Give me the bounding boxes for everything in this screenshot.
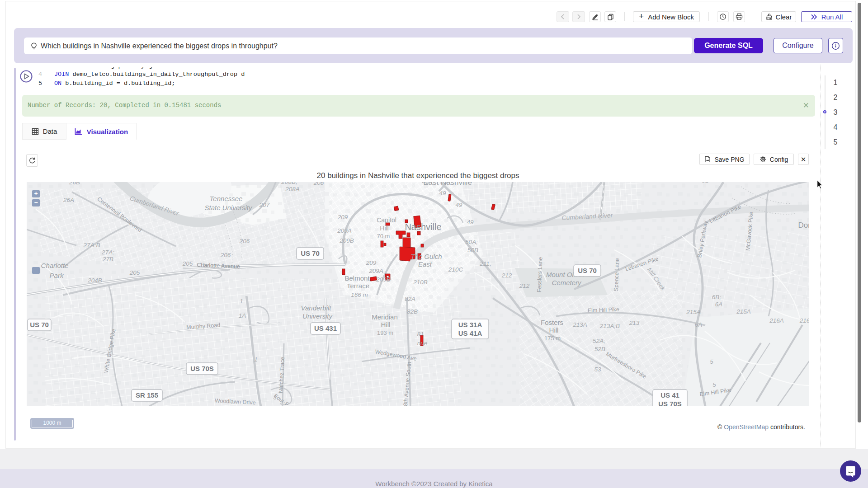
svg-text:Hill: Hill <box>549 326 559 334</box>
svg-text:50A;: 50A; <box>465 239 478 245</box>
svg-text:49: 49 <box>439 190 446 197</box>
svg-text:Capitol: Capitol <box>377 216 396 224</box>
svg-text:27A:: 27A: <box>101 249 114 256</box>
svg-text:49: 49 <box>467 219 474 225</box>
svg-text:1A: 1A <box>239 312 246 319</box>
svg-text:49: 49 <box>455 202 462 208</box>
svg-text:210B: 210B <box>413 279 428 286</box>
svg-text:175 m: 175 m <box>544 335 561 342</box>
svg-text:210C: 210C <box>448 266 463 273</box>
svg-text:Fosters: Fosters <box>541 319 563 326</box>
svg-text:26B: 26B <box>69 182 80 186</box>
svg-text:213A;B: 213A;B <box>599 323 620 329</box>
svg-text:East Nashville: East Nashville <box>423 182 472 187</box>
svg-text:Park: Park <box>50 272 64 279</box>
svg-text:Fesslers Lane: Fesslers Lane <box>536 257 544 292</box>
svg-text:US 31A: US 31A <box>458 321 482 328</box>
svg-text:Hill: Hill <box>381 321 391 328</box>
svg-text:81: 81 <box>702 182 708 184</box>
svg-text:209A: 209A <box>368 267 383 274</box>
svg-text:Cemetery: Cemetery <box>552 279 582 286</box>
svg-text:US 70: US 70 <box>578 267 597 274</box>
svg-text:Vanderbilt: Vanderbilt <box>301 304 332 312</box>
svg-text:27A:B: 27A:B <box>83 242 100 249</box>
svg-text:209B: 209B <box>339 237 354 244</box>
svg-text:212: 212 <box>501 272 512 279</box>
svg-text:Don: Don <box>798 221 809 230</box>
svg-text:213: 213 <box>629 319 640 326</box>
svg-text:Hill: Hill <box>380 225 388 232</box>
svg-text:26A: 26A <box>63 197 74 203</box>
svg-text:52B: 52B <box>594 346 605 352</box>
svg-text:nue: nue <box>417 340 428 347</box>
svg-text:State University: State University <box>204 204 253 211</box>
svg-text:205: 205 <box>129 269 140 276</box>
svg-text:82A: 82A <box>405 296 415 302</box>
svg-text:82B: 82B <box>407 308 418 315</box>
svg-text:SR 155: SR 155 <box>136 391 158 399</box>
svg-text:206: 206 <box>220 252 231 258</box>
svg-text:5: 5 <box>710 358 713 365</box>
svg-text:215A: 215A <box>736 308 751 315</box>
svg-text:205: 205 <box>182 260 193 267</box>
svg-text:48: 48 <box>422 182 429 185</box>
svg-text:209: 209 <box>337 214 348 221</box>
svg-text:University: University <box>302 312 333 320</box>
svg-text:US 70: US 70 <box>301 249 320 257</box>
svg-text:East: East <box>418 260 432 268</box>
svg-text:US 70S: US 70S <box>658 400 682 407</box>
svg-text:81: 81 <box>417 331 424 338</box>
svg-text:US 70: US 70 <box>30 321 49 328</box>
svg-text:209B: 209B <box>376 276 391 283</box>
svg-text:208B,: 208B, <box>281 182 297 185</box>
svg-text:Meridian: Meridian <box>372 313 398 321</box>
svg-text:1: 1 <box>240 298 243 305</box>
svg-text:216A: 216A <box>769 317 784 324</box>
svg-text:Tennessee: Tennessee <box>210 195 243 202</box>
svg-text:216: 216 <box>799 317 809 324</box>
svg-text:213A: 213A <box>572 321 587 328</box>
svg-text:209: 209 <box>366 259 377 266</box>
svg-text:US 70S: US 70S <box>190 365 214 372</box>
svg-text:6A: 6A <box>715 301 723 308</box>
svg-text:The Gulch: The Gulch <box>410 253 442 260</box>
svg-text:53: 53 <box>594 366 601 373</box>
svg-text:211,: 211, <box>479 260 491 267</box>
svg-text:US 41: US 41 <box>660 391 679 399</box>
svg-text:Spence Lane: Spence Lane <box>613 258 621 291</box>
svg-text:US 41A: US 41A <box>458 329 482 337</box>
svg-text:52A;: 52A; <box>593 338 605 344</box>
svg-text:50B: 50B <box>467 247 478 253</box>
svg-text:209A: 209A <box>337 227 352 234</box>
svg-text:206: 206 <box>239 238 250 244</box>
svg-text:6A: 6A <box>695 321 703 328</box>
svg-text:208: 208 <box>313 182 324 186</box>
svg-text:215A: 215A <box>686 309 701 315</box>
svg-text:3: 3 <box>273 394 277 401</box>
svg-text:208A: 208A <box>285 186 300 192</box>
svg-text:212: 212 <box>519 282 530 289</box>
svg-text:Belmont: Belmont <box>344 274 370 282</box>
svg-text:Elm Hill Pike: Elm Hill Pike <box>588 306 620 314</box>
svg-text:Charlotte: Charlotte <box>41 262 69 269</box>
svg-text:US 431: US 431 <box>314 324 337 332</box>
svg-text:5: 5 <box>712 381 716 388</box>
svg-text:193 m: 193 m <box>377 329 393 336</box>
svg-text:204B: 204B <box>87 277 102 284</box>
svg-text:207: 207 <box>259 202 270 208</box>
svg-text:70 m: 70 m <box>377 233 390 239</box>
svg-text:6B;: 6B; <box>712 294 722 300</box>
svg-text:Terrace: Terrace <box>347 282 369 290</box>
svg-text:166 m: 166 m <box>351 291 368 298</box>
svg-text:Nashville: Nashville <box>405 222 441 232</box>
svg-text:27B: 27B <box>102 256 113 263</box>
svg-text:1: 1 <box>254 356 258 363</box>
